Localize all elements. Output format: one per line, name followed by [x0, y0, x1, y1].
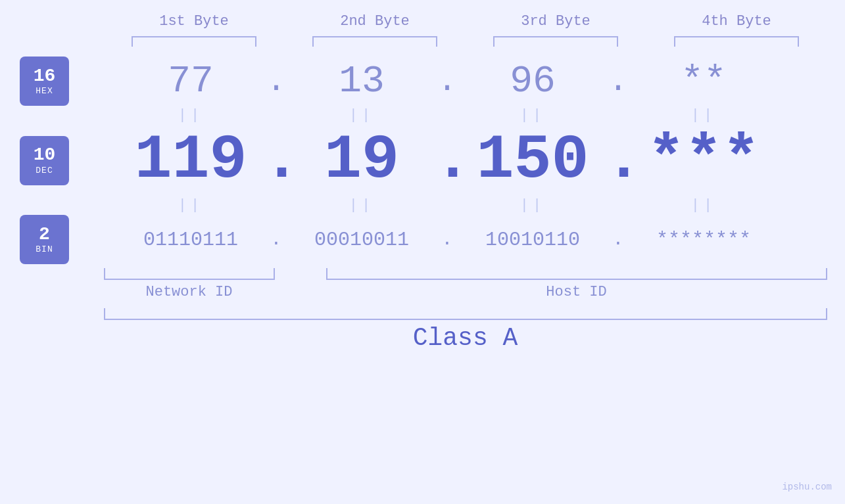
hex-values-row: 77 . 13 . 96 . **: [85, 60, 809, 103]
id-labels-row: Network ID Host ID: [104, 284, 827, 300]
byte3-header: 3rd Byte: [472, 13, 640, 30]
eq2-b1: ||: [118, 197, 263, 214]
eq-row-1: || || || ||: [0, 107, 845, 124]
dec-badge-area: 10 DEC: [0, 136, 85, 185]
top-brackets: [104, 36, 827, 47]
full-bracket: [104, 308, 827, 320]
dot-hex-2: .: [434, 62, 460, 100]
hex-b3: 96: [460, 60, 605, 103]
dot-bin-1: .: [263, 229, 289, 250]
eq1-b4: ||: [631, 107, 776, 124]
bin-values-row: 01110111 . 00010011 . 10010110 . *******…: [85, 229, 809, 251]
dec-b1: 119: [118, 125, 263, 196]
byte2-header: 2nd Byte: [291, 13, 459, 30]
hex-b2: 13: [289, 60, 434, 103]
hex-row-wrapper: 16 HEX 77 . 13 . 96 . **: [0, 57, 845, 106]
dot-dec-1: .: [263, 125, 289, 196]
dot-bin-2: .: [434, 229, 460, 250]
eq2-b2: ||: [289, 197, 434, 214]
byte-headers: 1st Byte 2nd Byte 3rd Byte 4th Byte: [104, 13, 827, 30]
dec-values-row: 119 . 19 . 150 . ***: [85, 125, 809, 196]
bracket-b2: [312, 36, 437, 47]
dec-row-wrapper: 10 DEC 119 . 19 . 150 . ***: [0, 125, 845, 196]
dec-b2: 19: [289, 125, 434, 196]
eq2-b4: ||: [631, 197, 776, 214]
bracket-b3: [493, 36, 618, 47]
host-id-label: Host ID: [326, 284, 827, 300]
eq1-b3: ||: [460, 107, 605, 124]
hex-badge: 16 HEX: [20, 57, 69, 106]
watermark: ipshu.com: [782, 482, 832, 492]
bracket-b1: [132, 36, 256, 47]
eq-row-2: || || || ||: [0, 197, 845, 214]
bin-b4: ********: [631, 229, 776, 251]
dec-badge: 10 DEC: [20, 136, 69, 185]
bracket-b4: [674, 36, 799, 47]
class-label: Class A: [413, 324, 518, 352]
dot-bin-3: .: [605, 229, 631, 250]
hex-b4: **: [631, 60, 776, 103]
main-container: 1st Byte 2nd Byte 3rd Byte 4th Byte 16 H…: [0, 0, 845, 504]
dot-hex-3: .: [605, 62, 631, 100]
full-bracket-row: [104, 308, 827, 320]
hex-badge-area: 16 HEX: [0, 57, 85, 106]
bin-b1: 01110111: [118, 229, 263, 251]
bin-row-wrapper: 2 BIN 01110111 . 00010011 . 10010110 .: [0, 215, 845, 264]
bin-b2: 00010011: [289, 229, 434, 251]
byte1-header: 1st Byte: [110, 13, 278, 30]
bin-badge: 2 BIN: [20, 215, 69, 264]
network-id-bracket: [104, 268, 275, 280]
dot-hex-1: .: [263, 62, 289, 100]
host-id-bracket: [326, 268, 827, 280]
eq1-b1: ||: [118, 107, 263, 124]
eq1-b2: ||: [289, 107, 434, 124]
hex-b1: 77: [118, 60, 263, 103]
bin-b3: 10010110: [460, 229, 605, 251]
byte4-header: 4th Byte: [653, 13, 821, 30]
bottom-brackets-row: [104, 268, 827, 280]
network-id-label: Network ID: [104, 284, 275, 300]
dec-b4: ***: [631, 125, 776, 196]
bin-badge-area: 2 BIN: [0, 215, 85, 264]
dot-dec-3: .: [605, 125, 631, 196]
class-label-row: Class A: [104, 324, 827, 352]
dec-b3: 150: [460, 125, 605, 196]
eq2-b3: ||: [460, 197, 605, 214]
dot-dec-2: .: [434, 125, 460, 196]
